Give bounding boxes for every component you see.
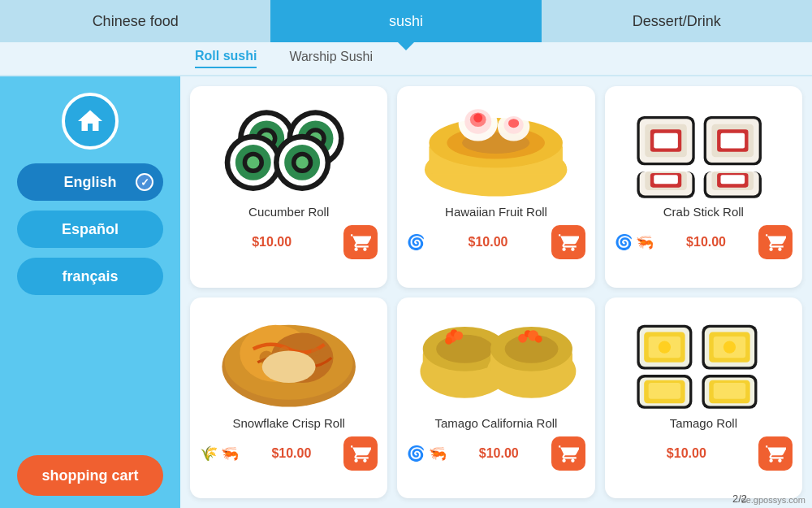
add-to-cart-tamago-roll[interactable] <box>758 436 793 471</box>
svg-point-31 <box>508 119 519 128</box>
product-image-crab-stick-roll <box>615 94 793 200</box>
svg-point-68 <box>445 337 452 345</box>
product-name-crab-stick-roll: Crab Stick Roll <box>663 205 744 219</box>
product-image-hawaiian-fruit-roll <box>407 94 585 200</box>
product-name-cucumber-roll: Cucumber Roll <box>248 205 329 219</box>
product-icons-snowflake-crisp-roll: 🌾 🦐 <box>200 445 239 462</box>
product-image-tamago-roll <box>615 306 793 411</box>
cart-icon <box>765 232 786 253</box>
product-name-snowflake-crisp-roll: Snowflake Crisp Roll <box>232 416 344 430</box>
shellfish-icon: 🦐 <box>429 445 447 462</box>
add-to-cart-hawaiian-fruit-roll[interactable] <box>551 225 585 259</box>
cart-icon <box>558 443 579 464</box>
language-francais-button[interactable]: français <box>17 258 163 295</box>
svg-rect-90 <box>648 383 680 399</box>
product-card-cucumber-roll: Cucumber Roll $10.00 <box>190 86 387 288</box>
product-name-hawaiian-fruit-roll: Hawaiian Fruit Roll <box>445 205 547 219</box>
wheat-icon: 🌾 <box>200 445 218 462</box>
language-espanol-button[interactable]: Español <box>17 211 163 248</box>
product-footer-tamago-roll: $10.00 <box>615 436 793 471</box>
tab-dessert[interactable]: Dessert/Drink <box>542 0 812 42</box>
product-footer-crab-stick-roll: 🌀 🦐 $10.00 <box>615 225 793 259</box>
main-layout: English ✓ Español français shopping cart <box>0 76 812 508</box>
product-card-hawaiian-fruit-roll: Hawaiian Fruit Roll 🌀 $10.00 <box>397 86 594 288</box>
svg-rect-41 <box>720 132 745 148</box>
product-price-hawaiian-fruit-roll: $10.00 <box>469 235 508 250</box>
svg-point-86 <box>723 341 735 354</box>
checkmark-icon: ✓ <box>136 173 153 191</box>
product-icons-tamago-california-roll: 🌀 🦐 <box>407 445 446 462</box>
svg-rect-46 <box>654 175 678 184</box>
cart-icon <box>350 232 371 253</box>
svg-point-64 <box>437 335 494 363</box>
product-image-snowflake-crisp-roll <box>200 306 378 411</box>
product-name-tamago-california-roll: Tamago California Roll <box>435 416 558 430</box>
product-footer-hawaiian-fruit-roll: 🌀 $10.00 <box>407 225 585 259</box>
product-card-tamago-california-roll: Tamago California Roll 🌀 🦐 $10.00 <box>397 297 594 499</box>
svg-point-81 <box>658 341 670 354</box>
product-card-tamago-roll: Tamago Roll $10.00 <box>605 297 802 499</box>
product-icons-hawaiian-fruit-roll: 🌀 <box>407 233 425 251</box>
svg-point-59 <box>311 347 320 356</box>
language-english-button[interactable]: English ✓ <box>17 163 163 201</box>
shellfish-icon: 🦐 <box>221 445 239 462</box>
svg-point-60 <box>262 351 316 383</box>
add-to-cart-tamago-california-roll[interactable] <box>551 436 585 471</box>
svg-point-76 <box>535 336 542 343</box>
sidebar: English ✓ Español français shopping cart <box>0 76 180 508</box>
product-price-snowflake-crisp-roll: $10.00 <box>271 446 311 461</box>
cart-icon <box>558 232 579 253</box>
add-to-cart-cucumber-roll[interactable] <box>343 225 378 259</box>
shellfish-icon: 🦐 <box>636 234 654 250</box>
product-icons-crab-stick-roll: 🌀 🦐 <box>615 233 654 251</box>
product-name-tamago-roll: Tamago Roll <box>670 416 737 430</box>
cart-icon <box>765 443 786 464</box>
shopping-cart-button[interactable]: shopping cart <box>17 455 163 496</box>
svg-rect-94 <box>713 383 745 399</box>
svg-rect-36 <box>654 132 678 148</box>
home-button[interactable] <box>62 93 119 150</box>
svg-point-28 <box>474 113 483 122</box>
spicy-icon: 🌀 <box>615 234 633 250</box>
svg-point-67 <box>454 332 463 341</box>
home-icon <box>76 106 105 136</box>
subtab-warship-sushi[interactable]: Warship Sushi <box>289 50 373 67</box>
add-to-cart-crab-stick-roll[interactable] <box>758 225 793 259</box>
cart-icon <box>350 443 371 464</box>
product-card-snowflake-crisp-roll: Snowflake Crisp Roll 🌾 🦐 $10.00 <box>190 297 387 499</box>
product-card-crab-stick-roll: Crab Stick Roll 🌀 🦐 $10.00 <box>605 86 802 288</box>
watermark-text: de.gpossys.com <box>741 495 806 505</box>
tab-sushi[interactable]: sushi <box>270 0 541 42</box>
product-price-tamago-roll: $10.00 <box>667 446 706 461</box>
svg-rect-51 <box>720 175 745 184</box>
add-to-cart-snowflake-crisp-roll[interactable] <box>343 436 378 471</box>
product-footer-tamago-california-roll: 🌀 🦐 $10.00 <box>407 436 585 471</box>
product-footer-snowflake-crisp-roll: 🌾 🦐 $10.00 <box>200 436 378 471</box>
subtab-roll-sushi[interactable]: Roll sushi <box>195 49 257 68</box>
spicy-icon: 🌀 <box>407 234 425 250</box>
product-price-crab-stick-roll: $10.00 <box>686 235 726 250</box>
product-price-tamago-california-roll: $10.00 <box>479 446 519 461</box>
product-grid: Cucumber Roll $10.00 <box>180 76 812 508</box>
top-navigation: Chinese food sushi Dessert/Drink <box>0 0 812 42</box>
tab-chinese[interactable]: Chinese food <box>0 0 270 42</box>
svg-point-14 <box>247 156 259 168</box>
product-image-tamago-california-roll <box>407 306 585 411</box>
product-footer-cucumber-roll: $10.00 <box>200 225 378 259</box>
svg-point-19 <box>296 156 308 168</box>
product-image-cucumber-roll <box>200 94 378 200</box>
spicy-icon: 🌀 <box>407 445 425 462</box>
product-price-cucumber-roll: $10.00 <box>252 235 292 250</box>
